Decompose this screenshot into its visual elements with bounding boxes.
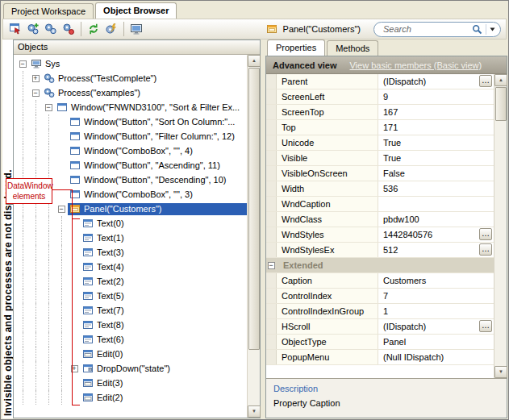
tree-item[interactable]: Text(3)	[16, 245, 247, 260]
tree-item-content[interactable]: Process("examples")	[42, 87, 144, 99]
property-value[interactable]: 1	[378, 304, 494, 318]
tree-item[interactable]: Text(2)	[16, 274, 247, 289]
property-row[interactable]: WndCaption	[266, 197, 494, 212]
tree-item-content[interactable]: Text(8)	[81, 319, 127, 331]
tree-item-content[interactable]: Window("Button", "Descending", 10)	[68, 174, 229, 186]
property-value[interactable]: True	[378, 135, 494, 150]
property-row[interactable]: ControlIndex7	[266, 289, 494, 304]
property-row[interactable]: WndClasspbdw100	[266, 212, 494, 227]
scrollbar-thumb[interactable]	[248, 68, 260, 350]
property-value[interactable]: (Null IDispatch)	[378, 350, 494, 364]
property-name[interactable]: WndStyles	[277, 227, 378, 242]
tree-item-content[interactable]: Window("FNWND3100", "Sort & Filter Ex...	[55, 102, 243, 114]
expander-box[interactable]: −	[58, 206, 65, 213]
expander-box[interactable]: +	[32, 75, 40, 82]
tree-item-content[interactable]: Text(5)	[81, 290, 127, 302]
ellipsis-button[interactable]: …	[479, 228, 492, 240]
property-value[interactable]: 1442840576…	[378, 227, 494, 242]
refresh-icon[interactable]	[85, 20, 102, 38]
tree-scrollbar[interactable]: ▲ ▼	[247, 55, 260, 418]
tree-item[interactable]: Window("Button", "Filter Column:", 12)	[16, 129, 247, 143]
tab-project-workspace[interactable]: Project Workspace	[3, 3, 94, 19]
search-icon[interactable]	[472, 24, 482, 35]
tree-item-content[interactable]: Text(0)	[81, 218, 127, 230]
property-value[interactable]: 9	[378, 89, 494, 104]
tree-item[interactable]: Edit(3)	[16, 376, 247, 390]
property-name[interactable]: ControlIndexInGroup	[277, 304, 378, 318]
tree-item[interactable]: +Process("TestComplete")	[16, 71, 247, 85]
collapse-expander[interactable]: −	[29, 85, 42, 100]
collapse-expander[interactable]: −	[16, 56, 29, 71]
property-name[interactable]: Caption	[277, 273, 378, 288]
property-name[interactable]: Parent	[277, 74, 378, 89]
scroll-up-icon[interactable]: ▲	[494, 74, 507, 86]
tree-item[interactable]: Text(0)	[16, 216, 247, 231]
property-row[interactable]: Top171	[266, 120, 494, 135]
tree-item-content[interactable]: Text(1)	[81, 232, 127, 244]
tree-item-content[interactable]: Edit(3)	[81, 377, 126, 389]
ellipsis-button[interactable]: …	[479, 243, 492, 256]
property-value[interactable]: 7	[378, 289, 494, 303]
tab-methods[interactable]: Methods	[327, 40, 378, 56]
tree-item-content[interactable]: Text(6)	[81, 334, 127, 346]
scrollbar-thumb[interactable]	[495, 87, 507, 121]
tree-item-content[interactable]: Panel("Customers")	[68, 203, 247, 215]
property-name[interactable]: ScreenLeft	[277, 89, 378, 104]
property-value[interactable]: True	[378, 151, 494, 165]
property-row[interactable]: UnicodeTrue	[266, 135, 494, 151]
expand-expander[interactable]: +	[29, 71, 42, 85]
tree-item-content[interactable]: Window("ComboBox", "", 4)	[68, 145, 196, 157]
tree-item-content[interactable]: DropDown("state")	[81, 363, 173, 375]
tree-item-content[interactable]: Window("Button", "Ascending", 11)	[68, 160, 223, 172]
property-row[interactable]: Width536	[266, 181, 494, 197]
property-group-row[interactable]: −Extended	[266, 258, 494, 273]
ellipsis-button[interactable]: …	[479, 320, 492, 332]
tree-item-content[interactable]: Process("TestComplete")	[42, 73, 160, 85]
search-input[interactable]	[382, 23, 472, 35]
view-object-icon[interactable]	[60, 20, 77, 38]
property-name[interactable]: Visible	[277, 151, 378, 165]
ellipsis-button[interactable]: …	[479, 75, 492, 87]
expander-box[interactable]: −	[19, 60, 27, 68]
property-row[interactable]: WndStylesEx512…	[266, 243, 494, 258]
search-dropdown-icon[interactable]	[490, 27, 495, 31]
map-object-icon[interactable]	[24, 20, 42, 38]
tab-object-browser[interactable]: Object Browser	[95, 2, 177, 19]
property-value[interactable]: 171	[378, 120, 494, 135]
tree-item[interactable]: −Sys	[16, 56, 247, 71]
tree-item-content[interactable]: Text(3)	[81, 247, 127, 259]
tree-item[interactable]: +DropDown("state")	[16, 361, 247, 376]
tree-item[interactable]: −Window("FNWND3100", "Sort & Filter Ex..…	[16, 100, 247, 114]
property-name[interactable]: ObjectType	[277, 335, 378, 349]
property-row[interactable]: ScreenLeft9	[266, 89, 494, 105]
scroll-down-icon[interactable]: ▼	[248, 405, 261, 418]
tree-item-content[interactable]: Window("Button", "Sort On Column:"...	[68, 116, 238, 128]
property-row[interactable]: ControlIndexInGroup1	[266, 304, 494, 319]
property-name[interactable]: VisibleOnScreen	[277, 166, 378, 181]
property-name[interactable]: ControlIndex	[277, 289, 378, 303]
property-name[interactable]: Unicode	[277, 135, 378, 150]
tree-item[interactable]: Window("ComboBox", "", 4)	[16, 143, 247, 158]
property-row[interactable]: WndStyles1442840576…	[266, 227, 494, 243]
property-value[interactable]: (IDispatch)…	[378, 319, 494, 334]
property-row[interactable]: ScreenTop167	[266, 105, 494, 120]
property-name[interactable]: Top	[277, 120, 378, 135]
expand-expander[interactable]: +	[68, 361, 81, 376]
collapse-expander[interactable]: −	[268, 262, 275, 269]
tree-item[interactable]: Text(1)	[16, 231, 247, 245]
property-name[interactable]: PopupMenu	[277, 350, 378, 364]
collapse-expander[interactable]: −	[55, 202, 68, 216]
tree-item[interactable]: Text(7)	[16, 303, 247, 318]
tree-item[interactable]: −Process("examples")	[16, 85, 247, 100]
property-name[interactable]: ScreenTop	[277, 105, 378, 119]
property-value[interactable]: 512…	[378, 243, 494, 257]
property-value[interactable]: (IDispatch)…	[378, 74, 494, 89]
property-name[interactable]: HScroll	[277, 319, 378, 334]
expander-box[interactable]: −	[45, 104, 52, 111]
search-box[interactable]	[373, 22, 501, 37]
property-value[interactable]: False	[378, 166, 494, 181]
tree-item-content[interactable]: Window("ComboBox", "", 3)	[68, 189, 196, 201]
collapse-expander[interactable]: −	[42, 100, 55, 114]
scroll-down-icon[interactable]: ▼	[494, 366, 507, 378]
property-value[interactable]: 536	[378, 181, 494, 196]
